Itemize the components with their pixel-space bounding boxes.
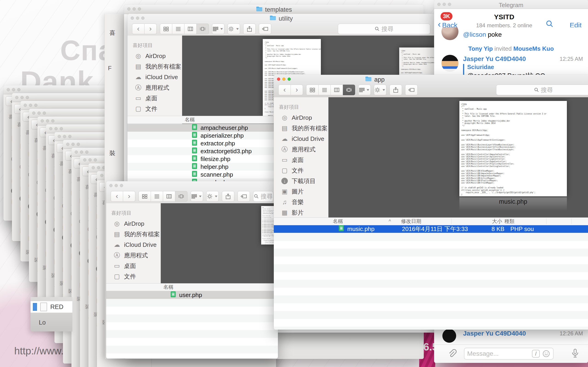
app-list-header[interactable]: 名稱 ^ 修改日期 大小 種類 — [274, 217, 588, 225]
voice-message-mic-icon[interactable] — [571, 348, 580, 361]
zoom-button[interactable] — [26, 96, 29, 99]
bot-command-button[interactable]: / — [532, 350, 540, 358]
window-controls[interactable] — [24, 104, 37, 107]
sidebar-item-downloads[interactable]: ↓下載項目 — [274, 176, 328, 186]
close-button[interactable] — [49, 127, 52, 130]
column-view-button[interactable] — [184, 24, 197, 34]
sidebar-item-icloud[interactable]: ☁iCloud Drive — [274, 133, 328, 144]
back-button[interactable]: ‹ — [132, 24, 145, 34]
action-gear-button[interactable]: ▼ — [228, 24, 240, 34]
minimize-button[interactable] — [88, 158, 92, 161]
coverflow-preview-document[interactable]: <?php /** * ownCloud - Music app * * Thi… — [459, 101, 567, 196]
action-gear-button[interactable]: ▼ — [374, 85, 386, 95]
column-view-button[interactable] — [331, 85, 343, 95]
coverflow-view-button[interactable] — [343, 85, 355, 95]
close-button[interactable] — [100, 174, 103, 177]
tag-button[interactable] — [237, 191, 250, 202]
close-button[interactable] — [75, 150, 78, 154]
window-controls[interactable] — [49, 127, 63, 130]
search-field[interactable]: 搜尋 — [496, 85, 588, 95]
avatar[interactable] — [441, 55, 458, 72]
emoji-button[interactable] — [542, 350, 550, 358]
tag-button[interactable] — [405, 85, 418, 95]
minimize-button[interactable] — [29, 104, 32, 107]
minimize-button[interactable] — [37, 111, 41, 115]
share-button[interactable] — [389, 85, 402, 95]
search-field[interactable]: 搜尋 — [338, 24, 430, 34]
window-controls[interactable] — [58, 135, 71, 138]
sidebar-item-all-files[interactable]: ▤我的所有檔案 — [274, 123, 328, 133]
forward-button[interactable]: › — [291, 85, 303, 95]
inviter-name[interactable]: Tony Yip — [468, 45, 493, 52]
templates-titlebar[interactable]: templates — [124, 5, 424, 14]
file-row[interactable]: music.php2016年4月11日 下午3:338 KBPHP sou — [274, 225, 588, 233]
coverflow-view-button[interactable] — [197, 24, 209, 34]
zoom-button[interactable] — [85, 150, 88, 154]
avatar[interactable] — [442, 329, 456, 343]
sidebar-item-applications[interactable]: Ⓐ應用程式 — [128, 82, 182, 93]
minimize-button[interactable] — [71, 143, 75, 146]
icon-view-button[interactable] — [160, 24, 172, 34]
arrange-menu-button[interactable]: ▼ — [191, 191, 203, 202]
sidebar-item-documents[interactable]: ▢文件 — [128, 103, 182, 114]
file-row[interactable]: user.php — [106, 291, 278, 299]
close-button[interactable] — [92, 166, 95, 169]
minimize-button[interactable] — [54, 127, 58, 130]
window-controls[interactable] — [75, 150, 88, 154]
sidebar-item-desktop[interactable]: ▭桌面 — [106, 261, 161, 271]
sidebar-item-applications[interactable]: Ⓐ應用程式 — [106, 250, 161, 261]
window-controls[interactable] — [32, 111, 46, 115]
window-controls[interactable] — [41, 119, 54, 123]
sidebar-item-pictures[interactable]: ▣圖片 — [274, 186, 328, 197]
telegram-titlebar[interactable]: Telegram — [434, 0, 588, 9]
close-button[interactable] — [32, 111, 35, 115]
window-controls[interactable] — [92, 166, 105, 169]
column-view-button[interactable] — [163, 191, 175, 202]
minimize-button[interactable] — [12, 88, 15, 91]
forward-button[interactable]: › — [145, 24, 157, 34]
minimize-button[interactable] — [63, 135, 66, 138]
reply-sender-name[interactable]: Sciuridae — [467, 64, 494, 71]
close-button[interactable] — [41, 119, 44, 123]
sender-name[interactable]: Jasper Yu C49D4040 — [463, 55, 526, 63]
coverflow-view-button[interactable] — [175, 191, 187, 202]
close-button[interactable] — [83, 158, 86, 161]
share-button[interactable] — [222, 191, 234, 202]
sidebar-item-all-files[interactable]: ▤我的所有檔案 — [106, 229, 161, 240]
zoom-button[interactable] — [34, 104, 37, 107]
window-controls[interactable] — [15, 96, 29, 99]
mention-link[interactable]: @licson — [463, 31, 486, 38]
close-button[interactable] — [109, 184, 112, 187]
attachment-paperclip-icon[interactable] — [447, 349, 457, 360]
zoom-button[interactable] — [60, 127, 63, 130]
close-button[interactable] — [7, 88, 10, 91]
avatar[interactable] — [441, 27, 458, 40]
sidebar-item-icloud[interactable]: ☁iCloud Drive — [106, 240, 161, 250]
minimize-button[interactable] — [97, 166, 100, 169]
column-divider[interactable] — [546, 219, 546, 224]
back-button[interactable]: ‹ — [111, 191, 123, 202]
search-field[interactable]: 搜尋 — [253, 191, 273, 202]
tag-button[interactable] — [259, 24, 271, 34]
list-view-button[interactable] — [319, 85, 331, 95]
sidebar-item-airdrop[interactable]: ◎AirDrop — [106, 218, 161, 229]
column-divider[interactable] — [571, 219, 572, 224]
user-window-titlebar[interactable] — [106, 181, 278, 190]
zoom-button[interactable] — [51, 119, 54, 123]
sidebar-item-all-files[interactable]: ▤我的所有檔案 — [128, 61, 182, 72]
zoom-button[interactable] — [68, 135, 71, 138]
sidebar-item-documents[interactable]: ▢文件 — [274, 165, 328, 176]
close-button[interactable] — [58, 135, 61, 138]
sidebar-item-applications[interactable]: Ⓐ應用程式 — [274, 144, 328, 155]
zoom-button[interactable] — [120, 184, 123, 187]
list-view-button[interactable] — [172, 24, 184, 34]
minimize-button[interactable] — [80, 150, 83, 154]
fragment-file-row[interactable]: RED — [31, 301, 72, 313]
user-list-header[interactable]: 名稱 — [106, 283, 278, 291]
forward-button[interactable]: › — [123, 191, 135, 202]
window-controls[interactable] — [109, 184, 123, 187]
minimize-button[interactable] — [20, 96, 24, 99]
sidebar-item-desktop[interactable]: ▭桌面 — [128, 93, 182, 103]
zoom-button[interactable] — [94, 158, 97, 161]
close-button[interactable] — [66, 143, 69, 146]
